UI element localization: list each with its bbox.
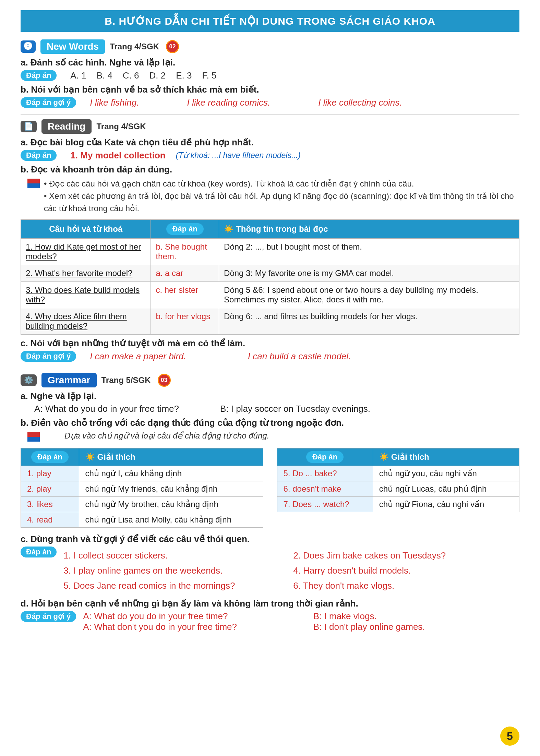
rd-answer-note-a: (Từ khoá: ...I have fifteen models...) — [176, 151, 301, 160]
gr-q-b-label: b. Điền vào chỗ trống với các dạng thức … — [21, 418, 519, 428]
page-number-badge: 5 — [500, 727, 519, 746]
table-row: 2. play chủ ngữ My friends, câu khẳng đị… — [21, 481, 263, 497]
nw-dapan-goiy-badge-b: Đáp án gợi ý — [21, 97, 76, 108]
gr-l-ans-3: 3. likes — [21, 497, 79, 512]
reading-icon: 📄 — [21, 121, 37, 132]
reading-th-question: Câu hỏi và từ khoá — [21, 220, 151, 239]
table-cell-i1: Dòng 2: ..., but I bought most of them. — [219, 239, 519, 265]
rd-q-c-label: c. Nói với bạn những thứ tuyệt vời mà em… — [21, 338, 519, 349]
grammar-section: ⚙️ Grammar Trang 5/SGK 03 a. Nghe và lặp… — [21, 373, 519, 632]
gr-q-a-dialogue: A: What do you do in your free time? B: … — [34, 404, 519, 414]
svg-rect-3 — [27, 437, 40, 442]
reading-ref: Trang 4/SGK — [96, 122, 146, 131]
q2-text: 2. What's her favorite model? — [26, 268, 132, 278]
gr-c-col1-2: 3. I play online games on the weekends. — [63, 563, 290, 578]
sun-icon-gr-right: ☀️ — [379, 453, 388, 461]
new-words-label: New Words — [40, 39, 105, 54]
rd-q-b-label: b. Đọc và khoanh tròn đáp án đúng. — [21, 164, 519, 175]
table-row: 1. How did Kate get most of her models? … — [21, 239, 519, 265]
gr-line-B: B: I play soccer on Tuesday evenings. — [220, 404, 370, 414]
new-words-ref: Trang 4/SGK — [110, 42, 159, 51]
gr-q-d-answer: Đáp án gợi ý A: What do you do in your f… — [21, 611, 519, 632]
reading-label: Reading — [41, 119, 92, 134]
gr-l-ans-4: 4. read — [21, 512, 79, 528]
gr-c-col1-1: 1. I collect soccer stickers. — [63, 548, 290, 563]
sun-icon-gr-left: ☀️ — [85, 453, 95, 461]
table-cell-q1: 1. How did Kate get most of her models? — [21, 239, 151, 265]
svg-rect-2 — [27, 432, 40, 437]
nw-ans-C6: C. 6 — [123, 70, 139, 81]
gr-d-lineB1: B: I make vlogs. — [313, 611, 519, 622]
reading-table: Câu hỏi và từ khoá Đáp án ☀️ Thông tin t… — [21, 219, 519, 335]
cd-icon-03: 03 — [156, 374, 171, 387]
table-cell-i4: Dòng 6: ... and films us building models… — [219, 308, 519, 335]
nw-q-a-label: a. Đánh số các hình. Nghe và lặp lại. — [21, 57, 519, 68]
table-row: 7. Does ... watch? chủ ngữ Fiona, câu ng… — [277, 497, 519, 512]
reading-th-answer: Đáp án — [151, 220, 219, 239]
table-row: 4. Why does Alice film them building mod… — [21, 308, 519, 335]
table-cell-q2: 2. What's her favorite model? — [21, 265, 151, 282]
reading-section: 📄 Reading Trang 4/SGK a. Đọc bài blog củ… — [21, 119, 519, 362]
gr-table-right: Đáp án ☀️ Giải thích 5. — [277, 445, 520, 530]
gr-l-exp-3: chủ ngữ My brother, câu khẳng định — [79, 497, 263, 512]
flag-icon-2 — [27, 432, 40, 442]
gr-r-ans-2: 6. doesn't make — [277, 481, 373, 497]
gr-l-exp-4: chủ ngữ Lisa and Molly, câu khẳng định — [79, 512, 263, 528]
q4-text: 4. Why does Alice film them building mod… — [26, 312, 127, 331]
grammar-label: Grammar — [41, 373, 97, 387]
table-row: 3. likes chủ ngữ My brother, câu khẳng đ… — [21, 497, 263, 512]
gr-line-A: A: What do you do in your free time? — [34, 404, 179, 414]
nw-hint2: I like reading comics. — [187, 97, 270, 108]
flag-icon-1 — [27, 179, 40, 188]
nw-hint3: I like collecting coins. — [318, 97, 402, 108]
gr-r-exp-2: chủ ngữ Lucas, câu phủ định — [373, 481, 519, 497]
gr-d-lineA2: A: What don't you do in your free time? — [83, 622, 310, 632]
table-row: 3. Who does Kate build models with? c. h… — [21, 282, 519, 308]
gr-c-col1-3: 5. Does Jane read comics in the mornings… — [63, 578, 290, 593]
table-cell-a2: a. a car — [151, 265, 219, 282]
gr-q-c-answers: Đáp án 1. I collect soccer stickers. 3. … — [21, 547, 519, 595]
nw-q-b-label: b. Nói với bạn bên cạnh về ba sở thích k… — [21, 84, 519, 95]
gr-c-col2-2: 4. Harry doesn't build models. — [293, 563, 519, 578]
rd-note-text: • Đọc các câu hỏi và gạch chân các từ kh… — [44, 178, 519, 215]
gr-c-col2-1: 2. Does Jim bake cakes on Tuesdays? — [293, 548, 519, 563]
table-cell-a1: b. She bought them. — [151, 239, 219, 265]
gr-d-lineA1: A: What do you do in your free time? — [83, 611, 310, 622]
gr-left-th-answer: Đáp án — [21, 448, 79, 466]
gr-right-table: Đáp án ☀️ Giải thích 5. — [277, 448, 520, 512]
gr-c-ans-col2: 2. Does Jim bake cakes on Tuesdays? 4. H… — [293, 548, 519, 593]
svg-rect-1 — [27, 183, 40, 188]
table-cell-i3: Dòng 5 &6: I spend about one or two hour… — [219, 282, 519, 308]
cd-icon-02: 02 — [164, 40, 179, 53]
table-row: 5. Do ... bake? chủ ngữ you, câu nghi vấ… — [277, 466, 519, 481]
nw-ans-B4: B. 4 — [97, 70, 112, 81]
rd-answer-a: 1. My model collection — [70, 150, 165, 161]
nw-ans-D2: D. 2 — [149, 70, 166, 81]
gr-r-ans-3: 7. Does ... watch? — [277, 497, 373, 512]
table-row: 4. read chủ ngữ Lisa and Molly, câu khẳn… — [21, 512, 263, 528]
table-cell-a4: b. for her vlogs — [151, 308, 219, 335]
rd-note-flag: • Đọc các câu hỏi và gạch chân các từ kh… — [27, 178, 519, 215]
rd-hint-c2: I can build a castle model. — [248, 351, 351, 362]
rd-goiy-badge-c: Đáp án gợi ý — [21, 351, 76, 362]
nw-ans-E3: E. 3 — [176, 70, 192, 81]
gr-b-note: Dựa vào chủ ngữ và loại câu để chia động… — [27, 431, 519, 443]
gr-d-lineB2: B: I don't play online games. — [313, 622, 519, 632]
table-row: 6. doesn't make chủ ngữ Lucas, câu phủ đ… — [277, 481, 519, 497]
q1-text: 1. How did Kate get most of her models? — [26, 242, 141, 261]
gr-q-c-label: c. Dùng tranh và từ gợi ý để viết các câ… — [21, 534, 519, 544]
nw-hint1: I like fishing. — [90, 97, 139, 108]
gr-right-th-explain: ☀️ Giải thích — [373, 448, 519, 466]
gr-d-lines-a: A: What do you do in your free time? A: … — [83, 611, 310, 632]
gr-c-ans-col1: 1. I collect soccer stickers. 3. I play … — [63, 548, 290, 593]
rd-q-c-hints: Đáp án gợi ý I can make a paper bird. I … — [21, 351, 519, 362]
grammar-icon: ⚙️ — [21, 374, 37, 386]
gr-l-exp-1: chủ ngữ I, câu khẳng định — [79, 466, 263, 481]
gr-tables-container: Đáp án ☀️ Giải thích 1. — [21, 445, 519, 530]
gr-l-ans-2: 2. play — [21, 481, 79, 497]
gr-r-ans-1: 5. Do ... bake? — [277, 466, 373, 481]
nw-ans-A1: A. 1 — [70, 70, 86, 81]
table-cell-q4: 4. Why does Alice film them building mod… — [21, 308, 151, 335]
gr-dapan-badge-c: Đáp án — [21, 547, 57, 557]
rd-hint-c1: I can make a paper bird. — [90, 351, 186, 362]
